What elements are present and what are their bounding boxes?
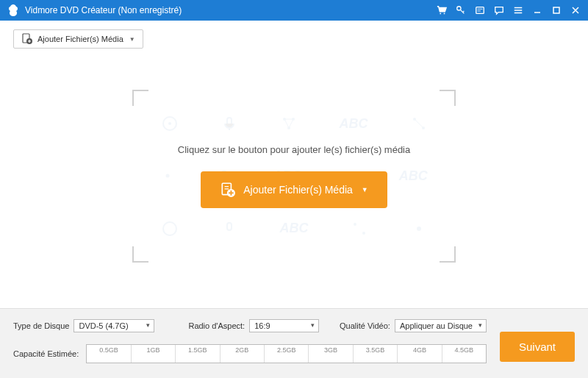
key-icon[interactable] — [456, 5, 466, 15]
svg-point-20 — [354, 223, 356, 226]
app-logo-icon — [7, 4, 19, 16]
svg-point-0 — [440, 13, 441, 15]
svg-point-10 — [283, 118, 286, 121]
capacity-tick: 2GB — [220, 345, 265, 363]
add-file-icon — [21, 33, 33, 45]
menu-icon[interactable] — [513, 5, 523, 15]
disc-type-select[interactable]: DVD-5 (4.7G) — [74, 319, 154, 332]
capacity-tick: 0.5GB — [87, 345, 131, 363]
capacity-row: Capacité Estimée: 0.5GB 1GB 1.5GB 2GB 2.… — [13, 344, 575, 363]
dropzone[interactable]: ABC ABC ABC ABC Cliquez sur le bouton po… — [132, 90, 456, 263]
aspect-select[interactable]: 16:9 — [249, 319, 319, 332]
minimize-icon[interactable] — [532, 5, 542, 15]
svg-point-21 — [362, 232, 365, 235]
disc-type-label: Type de Disque — [13, 321, 69, 330]
corner-decoration — [440, 246, 456, 263]
capacity-bar: 0.5GB 1GB 1.5GB 2GB 2.5GB 3GB 3.5GB 4GB … — [86, 344, 487, 363]
svg-point-7 — [163, 117, 176, 130]
add-file-icon — [220, 182, 236, 198]
history-icon[interactable] — [475, 5, 485, 15]
main-area: ABC ABC ABC ABC Cliquez sur le bouton po… — [0, 44, 588, 308]
capacity-tick: 2.5GB — [265, 345, 309, 363]
svg-point-12 — [287, 126, 290, 129]
next-button[interactable]: Suivant — [500, 332, 575, 362]
dropzone-prompt: Cliquez sur le bouton pour ajouter le(s)… — [178, 144, 410, 155]
add-media-button-large[interactable]: Ajouter Fichier(s) Média ▼ — [201, 171, 387, 208]
svg-point-22 — [417, 227, 421, 231]
svg-rect-19 — [227, 223, 232, 230]
chevron-down-icon: ▼ — [129, 36, 135, 43]
maximize-icon[interactable] — [551, 5, 562, 15]
window-title: Vidmore DVD Créateur (Non enregistré) — [25, 5, 437, 15]
svg-rect-3 — [476, 7, 484, 14]
svg-point-18 — [163, 222, 176, 235]
corner-decoration — [132, 246, 148, 263]
svg-point-8 — [168, 122, 171, 125]
svg-point-15 — [166, 174, 170, 178]
footer-options: Type de Disque DVD-5 (4.7G) Radio d'Aspe… — [13, 319, 575, 332]
svg-point-13 — [413, 118, 416, 121]
svg-rect-4 — [553, 7, 559, 13]
capacity-tick: 4GB — [398, 345, 442, 363]
close-icon[interactable] — [570, 5, 581, 15]
capacity-tick: 4.5GB — [442, 345, 486, 363]
capacity-label: Capacité Estimée: — [13, 349, 79, 358]
feedback-icon[interactable] — [494, 5, 504, 15]
titlebar: Vidmore DVD Créateur (Non enregistré) — [0, 0, 588, 21]
capacity-tick: 1.5GB — [176, 345, 220, 363]
capacity-tick: 3GB — [309, 345, 353, 363]
chevron-down-icon: ▼ — [362, 186, 368, 193]
footer: Type de Disque DVD-5 (4.7G) Radio d'Aspe… — [0, 308, 588, 378]
quality-select[interactable]: Appliquer au Disque — [395, 319, 487, 332]
capacity-tick: 3.5GB — [354, 345, 398, 363]
corner-decoration — [132, 90, 148, 106]
corner-decoration — [440, 90, 456, 106]
cart-icon[interactable] — [437, 5, 447, 15]
aspect-label: Radio d'Aspect: — [188, 321, 245, 330]
svg-point-1 — [444, 13, 445, 15]
capacity-tick: 1GB — [132, 345, 176, 363]
titlebar-actions — [437, 5, 581, 15]
svg-point-11 — [292, 118, 295, 121]
quality-label: Qualité Vidéo: — [340, 321, 390, 330]
svg-point-14 — [422, 126, 425, 129]
add-media-label-small: Ajouter Fichier(s) Média — [37, 35, 123, 43]
add-media-label-large: Ajouter Fichier(s) Média — [243, 184, 353, 196]
svg-rect-9 — [227, 118, 232, 125]
